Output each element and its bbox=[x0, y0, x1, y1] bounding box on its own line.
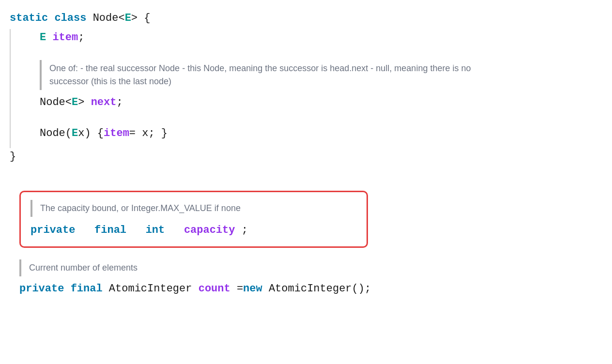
field-capacity-line: private final int capacity ; bbox=[31, 222, 357, 239]
code-editor: static class Node<E> { E item ; One of: … bbox=[0, 0, 612, 364]
param-x: x) { bbox=[78, 125, 104, 142]
field-item2: item bbox=[104, 125, 129, 142]
semicolon1: ; bbox=[78, 29, 84, 46]
type-param-e3: E bbox=[72, 125, 78, 142]
field-next-line: Node<E> next ; bbox=[11, 94, 602, 111]
constructor-atomic: AtomicInteger(); bbox=[269, 280, 371, 297]
keyword-class: class bbox=[54, 10, 86, 27]
type-param-e2: E bbox=[72, 94, 78, 111]
comment-count-text: Current number of elements bbox=[29, 259, 138, 276]
keyword-int: int bbox=[146, 224, 165, 236]
space2 bbox=[86, 10, 92, 27]
semicolon2: ; bbox=[116, 94, 122, 111]
type-atomic: AtomicInteger bbox=[109, 280, 192, 297]
comment-next-text: One of: - the real successor Node - this… bbox=[49, 60, 485, 90]
class-declaration-line: static class Node<E> { bbox=[0, 10, 602, 27]
space1 bbox=[48, 10, 54, 27]
keyword-private: private bbox=[31, 224, 75, 236]
class-name-close: > { bbox=[131, 10, 151, 27]
comment-border-capacity bbox=[31, 200, 32, 217]
constructor-line: Node(E x) { item = x; } bbox=[11, 125, 602, 142]
class-body-block: E item ; One of: - the real successor No… bbox=[10, 29, 602, 148]
semicolon3: ; bbox=[242, 224, 248, 236]
keyword-private2: private bbox=[19, 280, 64, 297]
comment-capacity-block: The capacity bound, or Integer.MAX_VALUE… bbox=[31, 200, 357, 217]
assign: = x; } bbox=[129, 125, 168, 142]
field-count: count bbox=[199, 280, 230, 297]
comment-border-count bbox=[19, 259, 21, 276]
comment-border-next bbox=[40, 60, 42, 90]
field-next: next bbox=[91, 94, 117, 111]
field-count-line: private final AtomicInteger count = new … bbox=[0, 280, 602, 298]
class-name: Node< bbox=[93, 10, 125, 27]
closing-brace: } bbox=[10, 148, 16, 165]
constructor-name: Node( bbox=[40, 125, 72, 142]
node-type: Node< bbox=[40, 94, 72, 111]
closing-brace-line: } bbox=[0, 148, 602, 166]
comment-next-block: One of: - the real successor Node - this… bbox=[40, 60, 602, 90]
keyword-static: static bbox=[10, 10, 48, 27]
type-e: E bbox=[40, 29, 46, 46]
keyword-final2: final bbox=[71, 280, 103, 297]
keyword-final: final bbox=[94, 224, 126, 236]
field-item-line: E item ; bbox=[11, 29, 602, 46]
type-param-e: E bbox=[125, 10, 131, 27]
node-close: > bbox=[78, 94, 84, 111]
field-capacity: capacity bbox=[184, 224, 235, 236]
comment-capacity-text: The capacity bound, or Integer.MAX_VALUE… bbox=[40, 200, 241, 217]
highlight-capacity-box: The capacity bound, or Integer.MAX_VALUE… bbox=[19, 191, 368, 248]
keyword-new: new bbox=[243, 280, 262, 297]
comment-count-block: Current number of elements bbox=[19, 259, 602, 276]
field-item: item bbox=[52, 29, 78, 46]
